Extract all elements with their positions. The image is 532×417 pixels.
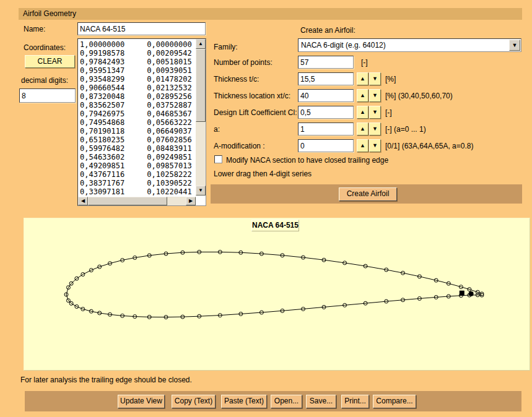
thickness-location-frame: [298, 89, 354, 102]
a-modification-spin-down-icon[interactable]: ▼: [369, 139, 381, 152]
family-dropdown[interactable]: NACA 6-digit (e.g. 64012) ▼: [298, 38, 521, 52]
toolbar-button-print[interactable]: Print...: [341, 395, 369, 408]
coordinates-text: 1,00000000 0,00000000 0,99198578 0,00209…: [78, 39, 195, 197]
thickness-location-label: Thickness location xt/c:: [214, 92, 290, 100]
name-input[interactable]: [78, 23, 205, 35]
coordinates-hscrollbar[interactable]: ◀ ▶: [78, 197, 196, 205]
number-of-points-frame: [298, 56, 354, 69]
a-modification-frame: [298, 139, 354, 152]
family-selected-value: NACA 6-digit (e.g. 64012): [301, 41, 386, 49]
a-spin-down-icon[interactable]: ▼: [369, 123, 381, 135]
a-modification-spin-up-icon[interactable]: ▲: [357, 139, 368, 152]
design-cl-frame: [298, 106, 354, 119]
thickness-input[interactable]: [299, 73, 353, 85]
family-info-text: Lower drag then 4-digit series: [214, 170, 312, 178]
name-input-frame: [77, 22, 206, 35]
dropdown-arrow-icon[interactable]: ▼: [509, 40, 520, 51]
airfoil-plot: NACA 64-515: [24, 218, 530, 371]
number-of-points-input[interactable]: [299, 56, 353, 68]
hscroll-thumb[interactable]: [88, 197, 167, 205]
a-modification-label: A-modification :: [214, 142, 265, 150]
clear-button[interactable]: CLEAR: [25, 55, 75, 68]
toolbar-button-save[interactable]: Save...: [306, 395, 336, 408]
thickness-spin-down-icon[interactable]: ▼: [369, 72, 381, 85]
decimal-digits-label: decimal digits:: [21, 76, 68, 85]
design-cl-spin-up-icon[interactable]: ▲: [357, 106, 368, 119]
footer-note: For later analysis the trailing edge sho…: [20, 376, 192, 384]
thickness-unit: [%]: [385, 75, 396, 84]
number-of-points-label: Number of points:: [214, 58, 273, 67]
coordinates-label: Coordinates:: [24, 43, 66, 52]
thickness-location-spin-down-icon[interactable]: ▼: [369, 89, 381, 102]
scroll-down-arrow-icon[interactable]: ▼: [196, 186, 206, 196]
toolbar-button-open[interactable]: Open...: [271, 395, 302, 408]
number-of-points-unit: [-]: [361, 58, 368, 67]
thickness-location-spin-up-icon[interactable]: ▲: [357, 89, 368, 102]
bottom-toolbar: Update ViewCopy (Text)Paste (Text)Open..…: [25, 391, 521, 411]
name-label: Name:: [24, 25, 45, 33]
panel-title: Airfoil Geometry: [23, 9, 76, 18]
toolbar-button-copy-text[interactable]: Copy (Text): [172, 395, 216, 408]
coordinates-vscrollbar[interactable]: ▲ ▼: [196, 39, 206, 196]
closed-trailing-edge-checkbox[interactable]: [214, 155, 222, 163]
panel-title-bar: Airfoil Geometry: [19, 8, 522, 20]
toolbar-button-update-view[interactable]: Update View: [118, 395, 165, 408]
thickness-label: Thickness t/c:: [214, 75, 259, 84]
design-cl-unit: [-]: [385, 108, 392, 117]
a-input[interactable]: [299, 123, 353, 135]
family-label: Family:: [214, 43, 238, 51]
design-cl-spin-down-icon[interactable]: ▼: [369, 106, 381, 119]
scroll-left-arrow-icon[interactable]: ◀: [78, 197, 88, 205]
toolbar-button-paste-text[interactable]: Paste (Text): [221, 395, 267, 408]
a-modification-unit: [0/1] (63A,64A,65A, a=0.8): [385, 142, 473, 150]
a-modification-input[interactable]: [299, 140, 353, 152]
design-cl-input[interactable]: [299, 106, 353, 118]
decimal-digits-frame: [19, 88, 76, 103]
thickness-location-unit: [%] (30,40,50,60,70): [385, 92, 453, 100]
closed-trailing-edge-label: Modify NACA section to have closed trail…: [226, 156, 388, 165]
create-airfoil-panel: Create an Airfoil: Family: NACA 6-digit …: [214, 25, 522, 184]
a-spin-up-icon[interactable]: ▲: [357, 123, 368, 135]
scroll-right-arrow-icon[interactable]: ▶: [186, 197, 196, 205]
plot-title-box: NACA 64-515: [251, 220, 299, 231]
airfoil-outline-drawing: [24, 218, 530, 370]
thickness-spin-up-icon[interactable]: ▲: [357, 72, 368, 85]
scroll-up-arrow-icon[interactable]: ▲: [196, 39, 206, 49]
create-airfoil-button[interactable]: Create Airfoil: [339, 187, 397, 201]
thickness-frame: [298, 72, 354, 85]
toolbar-button-compare[interactable]: Compare...: [373, 395, 416, 408]
thickness-location-input[interactable]: [299, 90, 353, 101]
design-cl-label: Design Lift Coefficient Cl:: [214, 108, 297, 117]
a-frame: [298, 123, 354, 135]
vscroll-thumb[interactable]: [196, 49, 206, 122]
decimal-digits-input[interactable]: [20, 89, 75, 102]
a-label: a:: [214, 125, 220, 134]
create-airfoil-title: Create an Airfoil:: [300, 26, 355, 35]
a-unit: [-] (a=0 ... 1): [385, 125, 426, 134]
coordinates-textarea[interactable]: 1,00000000 0,00000000 0,99198578 0,00209…: [77, 38, 206, 206]
airfoil-geometry-window: { "app": { "title": "Airfoil Geometry" }…: [0, 0, 532, 417]
